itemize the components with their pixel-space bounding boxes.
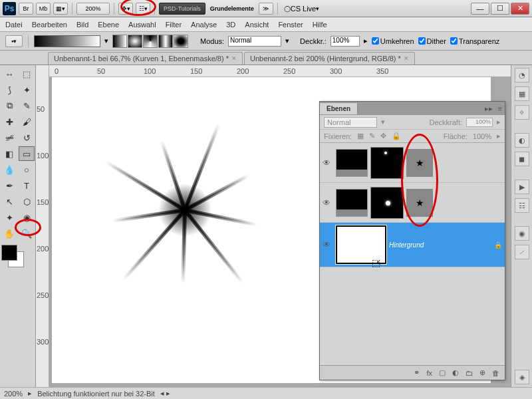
color-swatches[interactable]: [1, 245, 28, 269]
cslive-button[interactable]: ◯ CS Live ▾: [282, 3, 322, 15]
hand-tool[interactable]: ✋: [1, 226, 17, 241]
layer-opacity-field[interactable]: 100%: [466, 118, 493, 127]
menu-3d[interactable]: 3D: [226, 21, 235, 29]
healing-tool[interactable]: ✚: [1, 114, 17, 129]
menu-bild[interactable]: Bild: [76, 21, 88, 29]
delete-layer-icon[interactable]: 🗑: [492, 369, 499, 377]
workspace-psd-tutorials[interactable]: PSD-Tutorials: [159, 3, 205, 15]
gradient-tool[interactable]: ▭: [19, 146, 35, 161]
layer-style-icon[interactable]: [406, 189, 433, 217]
menu-fenster[interactable]: Fenster: [278, 21, 303, 29]
adjustment-layer-icon[interactable]: ◐: [452, 368, 459, 377]
tab-doc1[interactable]: Unbenannt-1 bei 66,7% (Kurven 1, Ebenenm…: [48, 52, 243, 65]
pen-tool[interactable]: ✒: [1, 178, 17, 193]
zoom-tool[interactable]: 🔍: [19, 226, 35, 241]
tool-preset[interactable]: ▪▾: [5, 35, 23, 47]
dither-checkbox[interactable]: Dither: [418, 37, 446, 45]
lock-all-icon[interactable]: 🔒: [392, 132, 401, 140]
zoom-level[interactable]: 200%: [76, 3, 110, 15]
menu-analyse[interactable]: Analyse: [191, 21, 217, 29]
history-brush-tool[interactable]: ↺: [19, 130, 35, 145]
mode-select[interactable]: Normal: [228, 36, 281, 47]
transparency-checkbox[interactable]: Transparenz: [450, 37, 499, 45]
marquee-tool[interactable]: ⬚: [19, 66, 35, 81]
layer-fx-icon[interactable]: fx: [426, 369, 432, 377]
path-select-tool[interactable]: ↖: [1, 194, 17, 209]
opacity-arrow[interactable]: ▸: [364, 37, 368, 45]
adjustments-panel-icon[interactable]: ◐: [515, 133, 529, 148]
minimize-button[interactable]: —: [471, 3, 489, 15]
lasso-tool[interactable]: ⟆: [1, 82, 17, 97]
brush-tool[interactable]: 🖌: [19, 114, 35, 129]
color-panel-icon[interactable]: ◔: [515, 68, 529, 82]
new-layer-icon[interactable]: ⊕: [479, 368, 485, 377]
layer-mask[interactable]: [370, 147, 404, 179]
link-layers-icon[interactable]: ⚭: [414, 368, 420, 377]
blend-mode-select[interactable]: Normal: [324, 117, 377, 128]
foreground-color[interactable]: [1, 245, 17, 261]
layers-panel-icon[interactable]: ◈: [515, 370, 529, 384]
layer-mask[interactable]: [370, 187, 404, 219]
gradient-linear[interactable]: [112, 35, 127, 48]
layers-panel[interactable]: Ebenen ▸▸ ≡ Normal▾ Deckkraft: 100%▸ Fix…: [319, 101, 505, 380]
layer-style-icon[interactable]: [406, 149, 433, 177]
close-icon[interactable]: ✕: [231, 55, 237, 62]
crop-tool[interactable]: ⧉: [1, 98, 17, 113]
arrange-button[interactable]: ☷▾: [136, 3, 150, 15]
eraser-tool[interactable]: ◧: [1, 146, 17, 161]
layer-thumb[interactable]: [336, 149, 368, 177]
gradient-reflected[interactable]: [158, 35, 173, 48]
group-icon[interactable]: 🗀: [466, 369, 473, 377]
3d-tool[interactable]: ✦: [1, 210, 17, 225]
type-tool[interactable]: T: [19, 178, 35, 193]
bridge-button[interactable]: Br: [19, 3, 33, 15]
layer-background[interactable]: 👁 Hintergrund 🔒: [320, 223, 505, 267]
panel-menu-icon[interactable]: ≡: [495, 104, 505, 112]
opacity-field[interactable]: 100%: [331, 36, 360, 47]
lock-pixels-icon[interactable]: ✎: [369, 132, 375, 140]
layer-thumb[interactable]: [336, 189, 368, 217]
actions-panel-icon[interactable]: ▶: [515, 180, 529, 194]
styles-panel-icon[interactable]: ✧: [515, 105, 529, 120]
gradient-picker-arrow[interactable]: ▾: [104, 37, 108, 45]
gradient-diamond[interactable]: [174, 35, 188, 48]
visibility-icon[interactable]: 👁: [323, 240, 333, 249]
tab-doc2[interactable]: Unbenannt-2 bei 200% (Hintergrund, RGB/8…: [244, 52, 415, 65]
shape-tool[interactable]: ⬡: [19, 194, 35, 209]
menu-auswahl[interactable]: Auswahl: [128, 21, 156, 29]
reverse-checkbox[interactable]: Umkehren: [372, 37, 414, 45]
stamp-tool[interactable]: ⧣: [1, 130, 17, 145]
move-tool[interactable]: ↔: [1, 66, 17, 81]
workspace-grundelemente[interactable]: Grundelemente: [208, 3, 256, 15]
blur-tool[interactable]: 💧: [1, 162, 17, 177]
visibility-icon[interactable]: 👁: [323, 158, 333, 168]
mode-arrow[interactable]: ▾: [285, 37, 289, 45]
layer-curves-1[interactable]: 👁: [320, 183, 505, 223]
history-panel-icon[interactable]: ☷: [515, 198, 529, 213]
visibility-icon[interactable]: 👁: [323, 198, 333, 207]
workspace-more[interactable]: ≫: [259, 3, 273, 15]
minibridge-button[interactable]: Mb: [36, 3, 51, 15]
menu-ebene[interactable]: Ebene: [98, 21, 119, 29]
gradient-angle[interactable]: [143, 35, 158, 48]
fill-field[interactable]: 100%: [473, 132, 491, 140]
lock-position-icon[interactable]: ✥: [380, 132, 386, 140]
eyedropper-tool[interactable]: ✎: [19, 98, 35, 113]
menu-filter[interactable]: Filter: [166, 21, 182, 29]
3d-camera-tool[interactable]: ◉: [19, 210, 35, 225]
menu-hilfe[interactable]: Hilfe: [313, 21, 327, 29]
maximize-button[interactable]: ☐: [491, 3, 509, 15]
layer-mask-icon[interactable]: ▢: [439, 368, 446, 377]
menu-ansicht[interactable]: Ansicht: [245, 21, 269, 29]
masks-panel-icon[interactable]: ◼: [515, 152, 529, 166]
status-zoom[interactable]: 200%: [4, 390, 23, 398]
wand-tool[interactable]: ✦: [19, 82, 35, 97]
channels-panel-icon[interactable]: ◉: [515, 226, 529, 241]
paths-panel-icon[interactable]: ⟋: [515, 245, 529, 259]
hand-tool-button[interactable]: ✥▾: [118, 3, 133, 15]
lock-transparency-icon[interactable]: ▦: [357, 132, 364, 140]
gradient-preview[interactable]: [34, 35, 100, 47]
screen-mode-button[interactable]: ▦▾: [53, 3, 68, 15]
menu-bearbeiten[interactable]: Bearbeiten: [32, 21, 67, 29]
collapse-icon[interactable]: ▸▸: [482, 104, 495, 113]
